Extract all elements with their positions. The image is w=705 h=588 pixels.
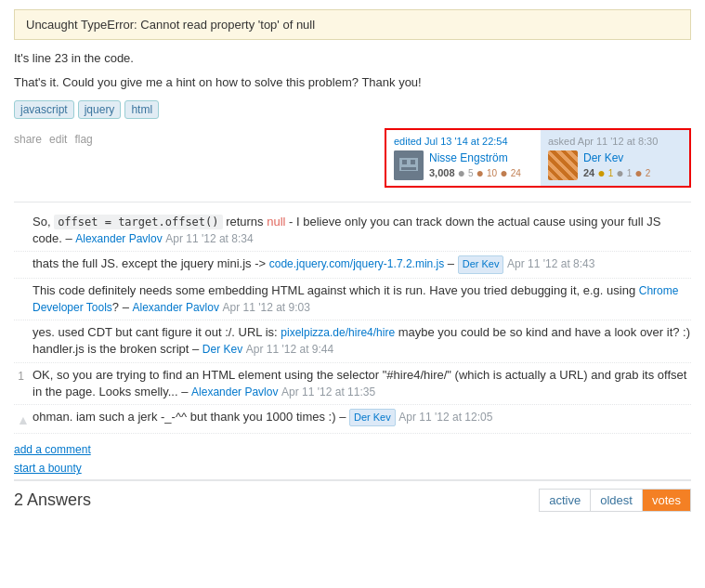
nisse-score: 3,008 xyxy=(429,167,455,178)
nisse-silver-count: 5 xyxy=(468,168,474,178)
comment-4-vote xyxy=(14,324,33,358)
answers-header: 2 Answers active oldest votes xyxy=(14,479,691,512)
comment-5-user[interactable]: Alexander Pavlov xyxy=(191,385,278,399)
tag-html[interactable]: html xyxy=(124,100,159,119)
kev-chip-6: Der Kev xyxy=(349,409,396,426)
edited-card-info: Nisse Engström 3,008 ● 5 ● 10 ● 24 xyxy=(394,150,528,180)
flag-link[interactable]: flag xyxy=(74,133,92,146)
comment-1-time: Apr 11 '12 at 8:34 xyxy=(165,232,253,245)
kev-score: 24 xyxy=(583,167,594,178)
edited-label: edited Jul 13 '14 at 22:54 xyxy=(394,136,528,147)
kev-silver-dot: ● xyxy=(616,166,623,179)
nisse-bronze-count1: 10 xyxy=(487,168,497,178)
comment-4-time: Apr 11 '12 at 9:44 xyxy=(246,343,333,356)
share-link[interactable]: share xyxy=(14,133,42,146)
kev-bronze-dot: ● xyxy=(634,166,642,179)
upvote-arrow[interactable]: ▲ xyxy=(17,412,30,430)
comment-4-user[interactable]: Der Kev xyxy=(202,343,242,356)
actions-and-cards: share edit flag edited Jul 13 '14 at 22:… xyxy=(14,128,691,188)
null-text: null xyxy=(267,215,285,229)
main-container: Uncaught TypeError: Cannot read property… xyxy=(0,0,705,521)
nisse-bronze-dot1: ● xyxy=(477,166,484,179)
tab-active[interactable]: active xyxy=(540,490,591,511)
comment-4-body: yes. used CDT but cant figure it out :/.… xyxy=(33,324,691,358)
body-line1: It's line 23 in the code. xyxy=(14,49,691,68)
nisse-name[interactable]: Nisse Engström xyxy=(429,151,521,164)
asked-card-info: Der Kev 24 ● 1 ● 1 ● 2 xyxy=(548,150,682,180)
kev-name[interactable]: Der Kev xyxy=(583,151,650,164)
kev-rep: 24 ● 1 ● 1 ● 2 xyxy=(583,166,650,179)
kev-bronze-count: 2 xyxy=(646,168,651,178)
comment-1-body: So, offset = target.offset() returns nul… xyxy=(33,214,691,247)
comment-6: ▲ ohman. iam such a jerk -_-^^ but thank… xyxy=(14,405,691,435)
tag-jquery[interactable]: jquery xyxy=(78,100,122,119)
nisse-silver-dot: ● xyxy=(458,166,465,179)
comment-3-body: This code definitely needs some embeddin… xyxy=(33,282,691,316)
comment-6-time: Apr 11 '12 at 12:05 xyxy=(398,411,492,424)
comment-2: thats the full JS. except the jquery min… xyxy=(14,252,691,278)
action-links: share edit flag xyxy=(14,128,93,146)
tags-row: javascript jquery html xyxy=(14,100,691,119)
edit-link[interactable]: edit xyxy=(49,133,67,146)
jquery-link[interactable]: code.jquery.com/jquery-1.7.2.min.js xyxy=(269,257,445,270)
tab-votes[interactable]: votes xyxy=(643,490,690,511)
nisse-rep: 3,008 ● 5 ● 10 ● 24 xyxy=(429,166,521,179)
svg-rect-3 xyxy=(411,160,415,164)
nisse-avatar xyxy=(394,150,424,180)
asked-card: asked Apr 11 '12 at 8:30 Der Kev 24 ● 1 … xyxy=(541,130,689,186)
kev-silver-count: 1 xyxy=(627,168,633,178)
cdt-link[interactable]: Chrome Developer Tools xyxy=(33,284,678,314)
nisse-bronze-count2: 24 xyxy=(511,168,521,178)
comment-1: So, offset = target.offset() returns nul… xyxy=(14,210,691,252)
comment-5-vote: 1 xyxy=(14,367,33,400)
svg-rect-4 xyxy=(401,167,416,170)
comment-2-time: Apr 11 '12 at 8:43 xyxy=(507,257,594,270)
pixelpizza-link[interactable]: pixelpizza.de/hire4/hire xyxy=(281,326,395,339)
nisse-bronze-dot2: ● xyxy=(500,166,507,179)
comment-3-user[interactable]: Alexander Pavlov xyxy=(133,301,219,314)
kev-details: Der Kev 24 ● 1 ● 1 ● 2 xyxy=(583,151,650,179)
comment-3: This code definitely needs some embeddin… xyxy=(14,279,691,320)
comment-2-vote xyxy=(14,255,33,273)
comment-6-body: ohman. iam such a jerk -_-^^ but thank y… xyxy=(33,409,691,430)
code-offset: offset = target.offset() xyxy=(54,215,222,229)
comment-3-vote xyxy=(14,282,33,316)
comments-section: So, offset = target.offset() returns nul… xyxy=(14,202,691,434)
comment-1-user[interactable]: Alexander Pavlov xyxy=(75,232,162,245)
error-box: Uncaught TypeError: Cannot read property… xyxy=(14,9,691,40)
nisse-details: Nisse Engström 3,008 ● 5 ● 10 ● 24 xyxy=(429,151,521,179)
comment-1-vote xyxy=(14,214,33,247)
edited-card: edited Jul 13 '14 at 22:54 Nisse Eng xyxy=(386,130,535,186)
comment-6-upvote: ▲ xyxy=(14,409,33,430)
comment-2-body: thats the full JS. except the jquery min… xyxy=(33,255,691,273)
kev-avatar xyxy=(548,150,578,180)
question-body: It's line 23 in the code. That's it. Cou… xyxy=(14,49,691,91)
error-text: Uncaught TypeError: Cannot read property… xyxy=(26,18,315,32)
kev-gold-dot: ● xyxy=(597,166,605,179)
comment-5-time: Apr 11 '12 at 11:35 xyxy=(281,385,375,399)
kev-gold-count: 1 xyxy=(608,168,614,178)
add-comment-link[interactable]: add a comment xyxy=(14,443,691,456)
svg-rect-2 xyxy=(402,160,407,164)
edited-label-link[interactable]: edited Jul 13 '14 at 22:54 xyxy=(394,136,508,147)
comment-3-time: Apr 11 '12 at 9:03 xyxy=(223,301,310,314)
comment-5: 1 OK, so you are trying to find an HTML … xyxy=(14,363,691,405)
body-line2: That's it. Could you give me a hint on h… xyxy=(14,73,691,92)
comment-4: yes. used CDT but cant figure it out :/.… xyxy=(14,320,691,362)
tag-javascript[interactable]: javascript xyxy=(14,100,74,119)
asked-label: asked Apr 11 '12 at 8:30 xyxy=(548,136,682,147)
asked-label-text: asked Apr 11 '12 at 8:30 xyxy=(548,136,658,147)
tab-oldest[interactable]: oldest xyxy=(591,490,643,511)
start-bounty-link[interactable]: start a bounty xyxy=(14,462,691,475)
answers-count: 2 Answers xyxy=(14,490,91,510)
kev-chip-2: Der Kev xyxy=(458,255,504,273)
comment-5-body: OK, so you are trying to find an HTML el… xyxy=(33,367,691,400)
sort-tabs: active oldest votes xyxy=(539,489,691,512)
user-cards: edited Jul 13 '14 at 22:54 Nisse Eng xyxy=(385,128,691,188)
